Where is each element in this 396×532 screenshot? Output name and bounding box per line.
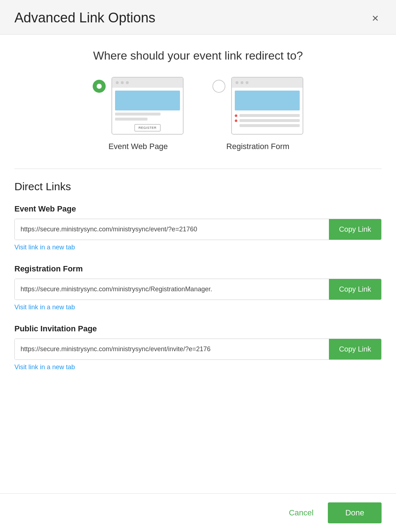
browser-dot-5 bbox=[241, 81, 243, 84]
copy-link-button-public-invitation[interactable]: Copy Link bbox=[329, 339, 381, 359]
radio-event-web-page[interactable] bbox=[93, 80, 106, 93]
form-field-2 bbox=[239, 119, 300, 122]
link-section-registration-form: Registration Form Copy Link Visit link i… bbox=[14, 264, 382, 311]
redirect-options: REGISTER Event Web Page bbox=[14, 77, 382, 151]
link-label-event-web-page: Event Web Page bbox=[14, 204, 382, 214]
browser-dot-4 bbox=[236, 81, 238, 84]
link-input-row-public-invitation: Copy Link bbox=[14, 339, 382, 360]
browser-line-1 bbox=[115, 113, 160, 115]
done-button[interactable]: Done bbox=[328, 502, 382, 523]
redirect-question: Where should your event link redirect to… bbox=[14, 49, 382, 62]
visit-link-event-web-page[interactable]: Visit link in a new tab bbox=[14, 244, 75, 251]
link-input-registration-form[interactable] bbox=[15, 279, 329, 300]
link-input-public-invitation[interactable] bbox=[15, 339, 329, 359]
form-dot-2 bbox=[235, 119, 237, 122]
option-label-event-web-page: Event Web Page bbox=[109, 142, 168, 151]
form-dot-1 bbox=[235, 114, 237, 117]
link-section-public-invitation: Public Invitation Page Copy Link Visit l… bbox=[14, 324, 382, 371]
form-line-1 bbox=[235, 114, 300, 117]
browser-hero-2 bbox=[235, 91, 300, 110]
register-button-mockup: REGISTER bbox=[135, 124, 160, 131]
browser-dot-2 bbox=[121, 81, 124, 84]
dialog-footer: Cancel Done bbox=[0, 493, 396, 532]
direct-links-title: Direct Links bbox=[14, 180, 382, 193]
link-input-event-web-page[interactable] bbox=[15, 219, 329, 240]
browser-mockup-registration-form bbox=[231, 77, 303, 135]
link-label-registration-form: Registration Form bbox=[14, 264, 382, 274]
browser-mockup-event-web-page: REGISTER bbox=[111, 77, 184, 135]
form-field-1 bbox=[239, 114, 300, 117]
advanced-link-options-dialog: Advanced Link Options × Where should you… bbox=[0, 0, 396, 532]
form-lines bbox=[235, 113, 300, 128]
browser-bar-2 bbox=[232, 78, 303, 88]
form-line-3 bbox=[235, 124, 300, 127]
copy-link-button-registration-form[interactable]: Copy Link bbox=[329, 279, 381, 300]
browser-content-1: REGISTER bbox=[112, 88, 183, 134]
link-input-row-event-web-page: Copy Link bbox=[14, 219, 382, 240]
copy-link-button-event-web-page[interactable]: Copy Link bbox=[329, 219, 381, 240]
close-button[interactable]: × bbox=[369, 11, 382, 25]
visit-link-registration-form[interactable]: Visit link in a new tab bbox=[14, 304, 75, 311]
option-label-registration-form: Registration Form bbox=[226, 142, 290, 151]
option-registration-form-row bbox=[212, 77, 303, 135]
option-event-web-page-row: REGISTER bbox=[93, 77, 184, 135]
option-event-web-page[interactable]: REGISTER Event Web Page bbox=[93, 77, 184, 151]
cancel-button[interactable]: Cancel bbox=[282, 503, 321, 523]
browser-content-2 bbox=[232, 88, 303, 131]
dialog-title: Advanced Link Options bbox=[14, 10, 155, 26]
browser-bar-1 bbox=[112, 78, 183, 88]
visit-link-public-invitation[interactable]: Visit link in a new tab bbox=[14, 363, 75, 371]
browser-dot-3 bbox=[126, 81, 129, 84]
divider-1 bbox=[14, 169, 382, 169]
link-label-public-invitation: Public Invitation Page bbox=[14, 324, 382, 333]
browser-hero-1 bbox=[115, 91, 180, 110]
link-input-row-registration-form: Copy Link bbox=[14, 279, 382, 300]
option-registration-form[interactable]: Registration Form bbox=[212, 77, 303, 151]
radio-registration-form[interactable] bbox=[212, 80, 225, 93]
browser-dot-1 bbox=[116, 81, 119, 84]
form-line-2 bbox=[235, 119, 300, 122]
browser-line-2 bbox=[115, 118, 148, 121]
form-field-3 bbox=[239, 124, 300, 127]
dialog-header: Advanced Link Options × bbox=[0, 0, 396, 35]
form-dot-3 bbox=[235, 125, 237, 127]
dialog-body: Where should your event link redirect to… bbox=[0, 35, 396, 493]
browser-dot-6 bbox=[246, 81, 248, 84]
link-section-event-web-page: Event Web Page Copy Link Visit link in a… bbox=[14, 204, 382, 251]
